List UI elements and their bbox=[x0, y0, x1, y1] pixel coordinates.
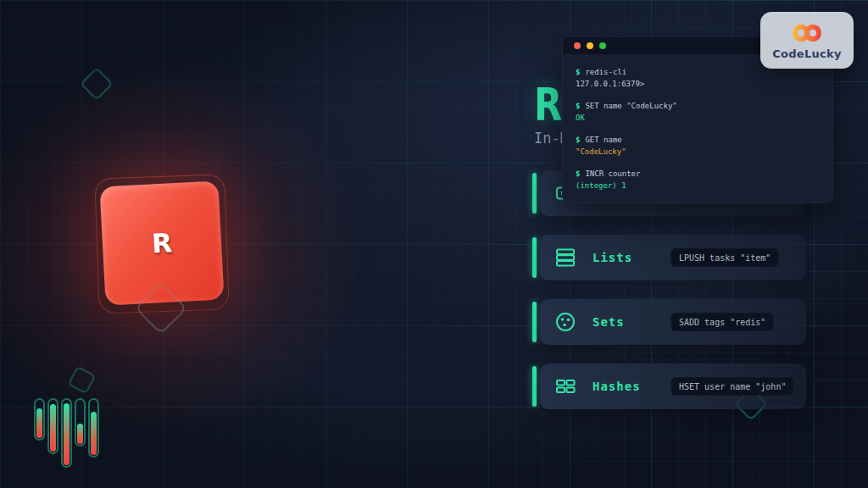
feature-label: Hashes bbox=[593, 380, 641, 393]
gradient-bar bbox=[88, 398, 99, 458]
terminal-command-block: $SET name "CodeLucky" OK bbox=[576, 101, 820, 124]
terminal-command-block: $INCR counter (integer) 1 bbox=[576, 169, 820, 191]
brand-badge: CodeLucky bbox=[760, 12, 854, 69]
codelucky-infinity-icon bbox=[783, 20, 831, 46]
terminal-command: GET name bbox=[585, 136, 621, 144]
card-accent-bar bbox=[532, 302, 537, 342]
feature-card-sets: Sets SADD tags "redis" bbox=[532, 299, 806, 345]
hash-icon bbox=[554, 375, 576, 397]
set-icon bbox=[554, 311, 576, 333]
feature-code-chip: LPUSH tasks "item" bbox=[670, 248, 779, 268]
terminal-command: INCR counter bbox=[585, 169, 640, 178]
minimize-icon bbox=[587, 42, 593, 49]
terminal-output: 127.0.0.1:6379> bbox=[576, 79, 820, 91]
gradient-bar bbox=[61, 398, 72, 468]
gradient-bar bbox=[75, 398, 86, 446]
gradient-bar bbox=[34, 398, 45, 441]
terminal-command: redis-cli bbox=[585, 68, 626, 76]
feature-label: Lists bbox=[593, 251, 632, 264]
redis-logo-tile: R bbox=[92, 171, 240, 324]
list-icon bbox=[554, 247, 576, 269]
terminal-output: OK bbox=[576, 113, 820, 125]
terminal-output: "CodeLucky" bbox=[576, 147, 820, 158]
card-accent-bar bbox=[532, 173, 537, 214]
redis-letter: R bbox=[151, 227, 173, 258]
brand-name: CodeLucky bbox=[772, 47, 842, 60]
terminal-command-block: $redis-cli 127.0.0.1:6379> bbox=[576, 67, 820, 90]
card-accent-bar bbox=[532, 366, 537, 407]
prompt-symbol: $ bbox=[576, 169, 580, 178]
terminal-output: (integer) 1 bbox=[576, 180, 820, 192]
prompt-symbol: $ bbox=[576, 102, 580, 110]
prompt-symbol: $ bbox=[576, 68, 580, 76]
terminal-command: SET name "CodeLucky" bbox=[585, 102, 676, 110]
feature-code-chip: HSET user name "john" bbox=[670, 377, 794, 396]
gradient-bar bbox=[47, 398, 58, 454]
prompt-symbol: $ bbox=[576, 136, 580, 144]
terminal-command-block: $GET name "CodeLucky" bbox=[576, 135, 820, 158]
close-icon bbox=[574, 42, 581, 49]
feature-card-hashes: Hashes HSET user name "john" bbox=[532, 363, 806, 409]
equalizer-bars bbox=[34, 398, 102, 471]
terminal-body: $redis-cli 127.0.0.1:6379> $SET name "Co… bbox=[563, 54, 832, 191]
card-accent-bar bbox=[532, 237, 537, 278]
feature-card-lists: Lists LPUSH tasks "item" bbox=[532, 235, 806, 280]
maximize-icon bbox=[599, 42, 606, 49]
feature-code-chip: SADD tags "redis" bbox=[670, 313, 774, 332]
feature-label: Sets bbox=[593, 315, 625, 329]
